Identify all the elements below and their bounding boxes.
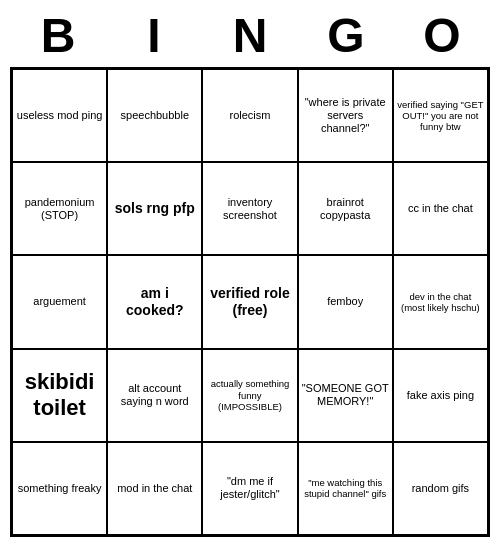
cell-text: "SOMEONE GOT MEMORY!" — [302, 382, 389, 408]
cell-text: sols rng pfp — [115, 200, 195, 217]
bingo-cell: arguement — [12, 255, 107, 348]
bingo-grid: useless mod pingspeechbubblerolecism"whe… — [10, 67, 490, 537]
bingo-cell: dev in the chat (most likely hschu) — [393, 255, 488, 348]
cell-text: "where is private servers channel?" — [302, 96, 389, 136]
cell-text: mod in the chat — [117, 482, 192, 495]
cell-text: inventory screenshot — [206, 196, 293, 222]
cell-text: rolecism — [230, 109, 271, 122]
bingo-cell: useless mod ping — [12, 69, 107, 162]
bingo-cell: inventory screenshot — [202, 162, 297, 255]
bingo-cell: brainrot copypasta — [298, 162, 393, 255]
bingo-cell: cc in the chat — [393, 162, 488, 255]
bingo-cell: verified saying "GET OUT!" you are not f… — [393, 69, 488, 162]
bingo-cell: femboy — [298, 255, 393, 348]
cell-text: speechbubble — [121, 109, 190, 122]
bingo-cell: pandemonium (STOP) — [12, 162, 107, 255]
bingo-cell: "dm me if jester/glitch" — [202, 442, 297, 535]
title-letter: N — [210, 8, 290, 63]
cell-text: verified role (free) — [206, 285, 293, 319]
bingo-cell: "me watching this stupid channel" gifs — [298, 442, 393, 535]
bingo-cell: mod in the chat — [107, 442, 202, 535]
cell-text: pandemonium (STOP) — [16, 196, 103, 222]
cell-text: "me watching this stupid channel" gifs — [302, 477, 389, 500]
bingo-cell: random gifs — [393, 442, 488, 535]
cell-text: dev in the chat (most likely hschu) — [397, 291, 484, 314]
bingo-cell: speechbubble — [107, 69, 202, 162]
cell-text: fake axis ping — [407, 389, 474, 402]
cell-text: cc in the chat — [408, 202, 473, 215]
bingo-cell: something freaky — [12, 442, 107, 535]
cell-text: skibidi toilet — [16, 369, 103, 422]
cell-text: brainrot copypasta — [302, 196, 389, 222]
bingo-title: BINGO — [10, 0, 490, 67]
title-letter: I — [114, 8, 194, 63]
cell-text: actually something funny (IMPOSSIBLE) — [206, 378, 293, 412]
bingo-cell: "where is private servers channel?" — [298, 69, 393, 162]
cell-text: something freaky — [18, 482, 102, 495]
cell-text: random gifs — [412, 482, 469, 495]
bingo-cell: rolecism — [202, 69, 297, 162]
title-letter: G — [306, 8, 386, 63]
cell-text: alt account saying n word — [111, 382, 198, 408]
title-letter: B — [18, 8, 98, 63]
bingo-cell: skibidi toilet — [12, 349, 107, 442]
cell-text: "dm me if jester/glitch" — [206, 475, 293, 501]
bingo-cell: "SOMEONE GOT MEMORY!" — [298, 349, 393, 442]
bingo-cell: alt account saying n word — [107, 349, 202, 442]
bingo-cell: sols rng pfp — [107, 162, 202, 255]
bingo-cell: fake axis ping — [393, 349, 488, 442]
title-letter: O — [402, 8, 482, 63]
cell-text: am i cooked? — [111, 285, 198, 319]
bingo-cell: am i cooked? — [107, 255, 202, 348]
cell-text: arguement — [33, 295, 86, 308]
bingo-cell: actually something funny (IMPOSSIBLE) — [202, 349, 297, 442]
cell-text: useless mod ping — [17, 109, 103, 122]
cell-text: femboy — [327, 295, 363, 308]
cell-text: verified saying "GET OUT!" you are not f… — [397, 99, 484, 133]
bingo-cell: verified role (free) — [202, 255, 297, 348]
